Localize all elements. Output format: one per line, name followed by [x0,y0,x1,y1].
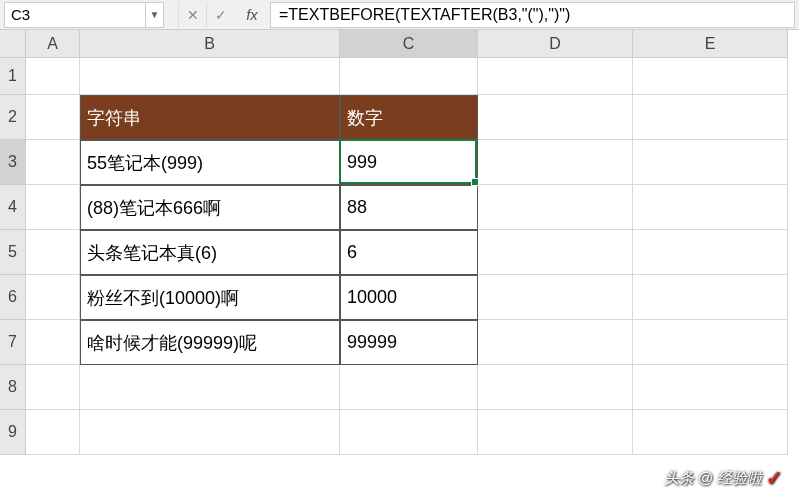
row-header-9[interactable]: 9 [0,410,26,455]
cells-area[interactable]: 字符串数字55笔记本(999)999(88)笔记本666啊88头条笔记本真(6)… [26,58,799,502]
row-headers: 123456789 [0,58,26,502]
cell-D1[interactable] [478,58,633,95]
name-box[interactable]: C3 ▼ [4,2,164,28]
cell-E8[interactable] [633,365,788,410]
cell-A9[interactable] [26,410,80,455]
row-header-1[interactable]: 1 [0,58,26,95]
cell-A4[interactable] [26,185,80,230]
row-header-7[interactable]: 7 [0,320,26,365]
cell-D7[interactable] [478,320,633,365]
row-header-3[interactable]: 3 [0,140,26,185]
cell-B6[interactable]: 粉丝不到(10000)啊 [80,275,340,320]
col-header-B[interactable]: B [80,30,340,58]
formula-input[interactable]: =TEXTBEFORE(TEXTAFTER(B3,"("),")") [270,2,795,28]
col-header-D[interactable]: D [478,30,633,58]
cell-E1[interactable] [633,58,788,95]
cell-E7[interactable] [633,320,788,365]
cell-B3[interactable]: 55笔记本(999) [80,140,340,185]
cell-D3[interactable] [478,140,633,185]
cell-A6[interactable] [26,275,80,320]
cancel-formula-icon[interactable]: ✕ [178,2,206,28]
cell-B1[interactable] [80,58,340,95]
cell-D8[interactable] [478,365,633,410]
cell-C1[interactable] [340,58,478,95]
cell-E9[interactable] [633,410,788,455]
cell-E4[interactable] [633,185,788,230]
col-header-E[interactable]: E [633,30,788,58]
col-header-C[interactable]: C [340,30,478,58]
cell-A1[interactable] [26,58,80,95]
cell-D2[interactable] [478,95,633,140]
cell-C8[interactable] [340,365,478,410]
cell-B9[interactable] [80,410,340,455]
cell-E2[interactable] [633,95,788,140]
cell-A5[interactable] [26,230,80,275]
cell-A7[interactable] [26,320,80,365]
cell-B7[interactable]: 啥时候才能(99999)呢 [80,320,340,365]
column-headers: ABCDE [26,30,788,58]
formula-bar: C3 ▼ ✕ ✓ fx =TEXTBEFORE(TEXTAFTER(B3,"("… [0,0,799,30]
name-box-value: C3 [5,6,145,23]
cell-A2[interactable] [26,95,80,140]
cell-C2[interactable]: 数字 [340,95,478,140]
row-header-8[interactable]: 8 [0,365,26,410]
row-header-4[interactable]: 4 [0,185,26,230]
cell-C9[interactable] [340,410,478,455]
cell-E3[interactable] [633,140,788,185]
formula-text: =TEXTBEFORE(TEXTAFTER(B3,"("),")") [279,6,570,24]
cell-C7[interactable]: 99999 [340,320,478,365]
cell-C4[interactable]: 88 [340,185,478,230]
check-icon: ✓ [766,466,783,490]
cell-C6[interactable]: 10000 [340,275,478,320]
cell-E5[interactable] [633,230,788,275]
cell-D6[interactable] [478,275,633,320]
col-header-A[interactable]: A [26,30,80,58]
fx-icon[interactable]: fx [234,6,270,23]
cell-B4[interactable]: (88)笔记本666啊 [80,185,340,230]
cell-D5[interactable] [478,230,633,275]
cell-D9[interactable] [478,410,633,455]
cell-B8[interactable] [80,365,340,410]
confirm-formula-icon[interactable]: ✓ [206,2,234,28]
watermark: 头条 @ 经验啦 ✓ [664,466,783,490]
row-header-6[interactable]: 6 [0,275,26,320]
cell-B2[interactable]: 字符串 [80,95,340,140]
cell-D4[interactable] [478,185,633,230]
select-all-corner[interactable] [0,30,26,58]
spreadsheet-grid: ABCDE 123456789 字符串数字55笔记本(999)999(88)笔记… [0,30,799,502]
cell-C3[interactable]: 999 [340,140,478,185]
cell-A8[interactable] [26,365,80,410]
cell-E6[interactable] [633,275,788,320]
row-header-5[interactable]: 5 [0,230,26,275]
cell-C5[interactable]: 6 [340,230,478,275]
cell-B5[interactable]: 头条笔记本真(6) [80,230,340,275]
row-header-2[interactable]: 2 [0,95,26,140]
name-box-dropdown-icon[interactable]: ▼ [145,3,163,27]
cell-A3[interactable] [26,140,80,185]
